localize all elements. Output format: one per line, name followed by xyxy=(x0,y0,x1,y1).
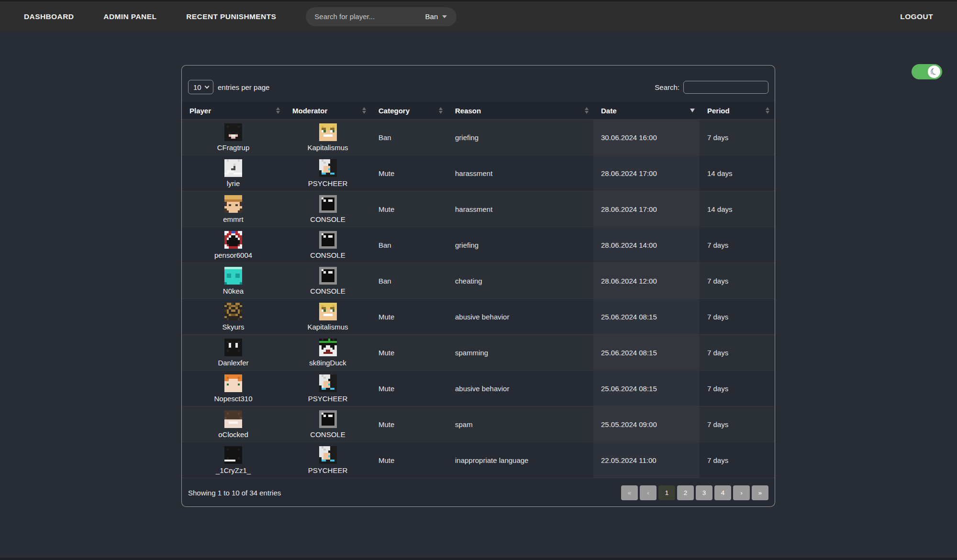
reason-cell: abusive behavior xyxy=(447,299,593,334)
sort-icon xyxy=(439,107,443,114)
period-cell: 7 days xyxy=(700,299,774,334)
player-search-pill: Ban xyxy=(306,7,456,26)
table-search-label: Search: xyxy=(655,83,679,91)
table-search-input[interactable] xyxy=(683,81,768,94)
moderator-avatar xyxy=(319,410,337,428)
player-avatar xyxy=(224,446,242,464)
table-header-row: PlayerModeratorCategoryReasonDatePeriod xyxy=(182,102,775,119)
page-button--: ‹ xyxy=(640,485,657,500)
top-navbar: DASHBOARD ADMIN PANEL RECENT PUNISHMENTS… xyxy=(0,0,957,32)
player-name: N0kea xyxy=(223,287,244,295)
dark-mode-toggle[interactable]: ☾ xyxy=(912,64,942,79)
table-body: CFragtrupKapitalismusBangriefing30.06.20… xyxy=(182,119,775,478)
column-header-date[interactable]: Date xyxy=(593,102,700,119)
period-cell: 7 days xyxy=(700,335,774,370)
entries-per-page-control: 10 entries per page xyxy=(188,80,269,94)
category-cell: Ban xyxy=(371,120,447,155)
pagination: «‹1234›» xyxy=(621,485,768,500)
player-avatar xyxy=(224,123,242,141)
date-cell: 22.05.2024 11:00 xyxy=(593,442,700,478)
period-cell: 14 days xyxy=(700,191,774,227)
table-row: Nopesct310PSYCHEERMuteabusive behavior25… xyxy=(182,370,775,406)
sort-icon xyxy=(585,107,589,114)
moderator-cell: Kapitalismus xyxy=(285,120,371,155)
column-header-reason[interactable]: Reason xyxy=(447,102,593,119)
category-cell: Mute xyxy=(371,371,447,406)
table-row: emmrtCONSOLEMuteharassment28.06.2024 17:… xyxy=(182,191,775,227)
player-name: oClocked xyxy=(218,430,248,439)
sort-down-arrow xyxy=(276,111,280,114)
sort-up-arrow xyxy=(766,107,769,110)
date-cell: 28.06.2024 12:00 xyxy=(593,263,700,298)
reason-cell: griefing xyxy=(447,227,593,263)
category-cell: Ban xyxy=(371,263,447,298)
moon-icon: ☾ xyxy=(929,66,939,77)
table-footer: Showing 1 to 10 of 34 entries «‹1234›» xyxy=(182,478,775,507)
period-cell: 7 days xyxy=(700,406,774,442)
column-header-moderator[interactable]: Moderator xyxy=(285,102,371,119)
moderator-name: Kapitalismus xyxy=(307,323,348,331)
player-cell: oClocked xyxy=(182,406,285,442)
table-row: lyriePSYCHEERMuteharassment28.06.2024 17… xyxy=(182,155,775,191)
page-button--[interactable]: › xyxy=(733,485,750,500)
page-button-4[interactable]: 4 xyxy=(714,485,731,500)
caret-down-icon xyxy=(442,15,447,18)
date-cell: 25.06.2024 08:15 xyxy=(593,371,700,406)
moderator-avatar xyxy=(319,374,337,392)
sort-desc-icon xyxy=(690,109,695,112)
column-header-player[interactable]: Player xyxy=(182,102,285,119)
category-cell: Mute xyxy=(371,299,447,334)
player-cell: Nopesct310 xyxy=(182,371,285,406)
moderator-name: Kapitalismus xyxy=(307,143,348,152)
player-cell: CFragtrup xyxy=(182,120,285,155)
moderator-cell: CONSOLE xyxy=(285,406,371,442)
column-header-category[interactable]: Category xyxy=(371,102,447,119)
nav-dashboard[interactable]: DASHBOARD xyxy=(24,12,74,21)
player-cell: lyrie xyxy=(182,155,285,191)
date-cell: 28.06.2024 17:00 xyxy=(593,191,700,227)
column-header-period[interactable]: Period xyxy=(700,102,774,119)
player-avatar xyxy=(224,159,242,177)
moderator-cell: sk8ingDuck xyxy=(285,335,371,370)
period-cell: 7 days xyxy=(700,120,774,155)
moderator-name: CONSOLE xyxy=(310,430,345,439)
search-filter-dropdown[interactable]: Ban xyxy=(425,12,449,21)
player-search-input[interactable] xyxy=(313,12,425,21)
date-cell: 25.06.2024 08:15 xyxy=(593,299,700,334)
player-avatar xyxy=(224,231,242,249)
moderator-avatar xyxy=(319,159,337,177)
reason-cell: cheating xyxy=(447,263,593,298)
player-name: _1CryZz1_ xyxy=(216,466,251,474)
page-button-2[interactable]: 2 xyxy=(677,485,694,500)
player-name: Skyurs xyxy=(223,323,245,331)
moderator-name: CONSOLE xyxy=(310,251,345,259)
date-cell: 25.05.2024 09:00 xyxy=(593,406,700,442)
category-cell: Mute xyxy=(371,191,447,227)
sort-down-arrow xyxy=(585,111,589,114)
category-cell: Ban xyxy=(371,227,447,263)
player-avatar xyxy=(224,267,242,285)
sort-icon xyxy=(276,107,280,114)
sort-icon xyxy=(362,107,366,114)
sort-up-arrow xyxy=(585,107,589,110)
nav-admin-panel[interactable]: ADMIN PANEL xyxy=(103,12,156,21)
moderator-avatar xyxy=(319,231,337,249)
entries-per-page-value: 10 xyxy=(193,83,201,91)
page-button-1[interactable]: 1 xyxy=(658,485,675,500)
page-button-3[interactable]: 3 xyxy=(696,485,712,500)
entries-per-page-select[interactable]: 10 xyxy=(188,80,213,94)
sort-up-arrow xyxy=(276,107,280,110)
player-cell: pensor6004 xyxy=(182,227,285,263)
player-name: emmrt xyxy=(223,215,244,223)
player-avatar xyxy=(224,410,242,428)
moderator-avatar xyxy=(319,195,337,213)
nav-recent-punishments[interactable]: RECENT PUNISHMENTS xyxy=(186,12,276,21)
nav-logout[interactable]: LOGOUT xyxy=(900,12,933,21)
moderator-cell: Kapitalismus xyxy=(285,299,371,334)
page-button--[interactable]: » xyxy=(752,485,768,500)
table-row: oClockedCONSOLEMutespam25.05.2024 09:007… xyxy=(182,406,775,442)
reason-cell: spamming xyxy=(447,335,593,370)
moderator-cell: PSYCHEER xyxy=(285,371,371,406)
sort-icon xyxy=(766,107,769,114)
player-name: Danlexfer xyxy=(218,359,248,367)
